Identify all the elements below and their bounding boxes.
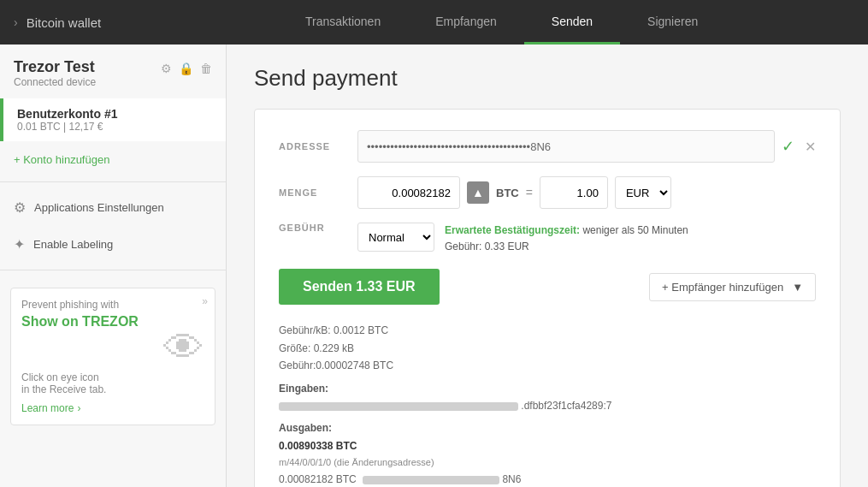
- fee-kb-text: Gebühr/kB: 0.0012 BTC: [279, 322, 816, 339]
- address-row: ADRESSE ✓ ✕: [279, 130, 816, 163]
- output1-amount: 0.00890338 BTC: [279, 437, 816, 454]
- address-valid-icon: ✓: [782, 137, 794, 156]
- inputs-heading: Eingaben:: [279, 380, 816, 397]
- add-recipient-button[interactable]: + Empfänger hinzufügen ▼: [649, 273, 816, 301]
- content-area: Send payment ADRESSE ✓ ✕ MENGE ▲ BTC =: [227, 45, 868, 487]
- sidebar-action-icons: ⚙ 🔒 🗑: [161, 58, 212, 75]
- tab-signieren[interactable]: Signieren: [620, 0, 725, 45]
- sidebar-title: Trezor Test: [14, 58, 96, 76]
- send-button[interactable]: Senden 1.33 EUR: [279, 269, 440, 305]
- sidebar: Trezor Test Connected device ⚙ 🔒 🗑 Benut…: [0, 45, 227, 487]
- phishing-prevent-text: Prevent phishing with: [21, 299, 204, 311]
- output2-amount: 0.00082182 BTC 8N6: [279, 471, 816, 487]
- sidebar-item-app-settings-label: Applications Einstellungen: [34, 201, 164, 214]
- page-title: Send payment: [254, 65, 841, 92]
- top-navigation: › Bitcoin wallet Transaktionen Empfangen…: [0, 0, 868, 45]
- sidebar-item-labeling[interactable]: ✦ Enable Labeling: [0, 226, 226, 263]
- phishing-card-arrow-icon: »: [202, 295, 208, 307]
- amount-up-button[interactable]: ▲: [467, 181, 489, 204]
- nav-tabs: Transaktionen Empfangen Senden Signieren: [135, 0, 868, 45]
- fee-level-select[interactable]: Low Normal High: [357, 223, 434, 252]
- fee-wrap: Low Normal High Erwartete Bestätigungsze…: [357, 223, 688, 255]
- output2-address-redacted: [363, 476, 499, 484]
- lock-icon[interactable]: 🔒: [179, 62, 193, 75]
- amount-wrap: ▲ BTC = EUR USD CHF: [357, 176, 671, 209]
- main-layout: Trezor Test Connected device ⚙ 🔒 🗑 Benut…: [0, 45, 868, 487]
- address-clear-icon[interactable]: ✕: [805, 139, 816, 155]
- nav-logo-text: Bitcoin wallet: [27, 15, 102, 30]
- btc-amount-input[interactable]: [357, 176, 460, 209]
- sidebar-title-area: Trezor Test Connected device: [14, 58, 96, 88]
- phishing-card: » Prevent phishing with Show on TREZOR 👁…: [10, 288, 216, 425]
- output2-end: 8N6: [502, 473, 521, 485]
- learn-more-link[interactable]: Learn more ›: [21, 402, 80, 414]
- transaction-details: Gebühr/kB: 0.0012 BTC Größe: 0.229 kB Ge…: [279, 322, 816, 487]
- sidebar-header: Trezor Test Connected device ⚙ 🔒 🗑: [0, 45, 226, 95]
- currency-select[interactable]: EUR USD CHF: [615, 176, 671, 209]
- tab-senden[interactable]: Senden: [524, 0, 620, 45]
- account-item[interactable]: Benutzerkonto #1 0.01 BTC | 12,17 €: [0, 98, 226, 141]
- fiat-amount-input[interactable]: [540, 176, 608, 209]
- input-address: .dfbbf23f1cfa4289:7: [279, 397, 816, 414]
- gear-icon: ⚙: [14, 199, 26, 216]
- sidebar-item-labeling-label: Enable Labeling: [33, 238, 113, 251]
- sidebar-divider-1: [0, 181, 226, 182]
- logo-area: › Bitcoin wallet: [14, 15, 101, 30]
- phishing-description: Click on eye iconin the Receive tab.: [21, 371, 204, 395]
- input-address-redacted: [279, 402, 518, 411]
- address-input[interactable]: [357, 130, 775, 163]
- address-input-wrap: ✓: [357, 130, 794, 163]
- tab-transaktionen[interactable]: Transaktionen: [278, 0, 408, 45]
- nav-chevron-icon: ›: [14, 15, 18, 29]
- send-payment-form: ADRESSE ✓ ✕ MENGE ▲ BTC = EUR: [254, 109, 841, 487]
- address-label: ADRESSE: [279, 141, 347, 151]
- output1-path: m/44/0/0/1/0 (die Änderungsadresse): [279, 454, 816, 471]
- tab-empfangen[interactable]: Empfangen: [408, 0, 524, 45]
- fee-row: GEBÜHR Low Normal High Erwartete Bestäti…: [279, 223, 816, 255]
- btc-currency-label: BTC: [496, 187, 519, 199]
- amount-row: MENGE ▲ BTC = EUR USD CHF: [279, 176, 816, 209]
- tag-icon: ✦: [14, 236, 25, 252]
- add-account-button[interactable]: + Konto hinzufügen: [0, 145, 226, 175]
- fee-amount: Gebühr: 0.33 EUR: [445, 241, 529, 252]
- add-recipient-label: + Empfänger hinzufügen: [662, 281, 783, 294]
- outputs-heading: Ausgaben:: [279, 419, 816, 437]
- sidebar-item-app-settings[interactable]: ⚙ Applications Einstellungen: [0, 189, 226, 226]
- settings-icon[interactable]: ⚙: [161, 62, 172, 75]
- size-text: Größe: 0.229 kB: [279, 340, 816, 357]
- amount-label: MENGE: [279, 187, 347, 198]
- eye-icon: 👁: [163, 324, 204, 371]
- dropdown-arrow-icon: ▼: [792, 281, 803, 294]
- send-row: Senden 1.33 EUR + Empfänger hinzufügen ▼: [279, 269, 816, 305]
- delete-icon[interactable]: 🗑: [200, 62, 212, 75]
- fee-label: GEBÜHR: [279, 223, 347, 233]
- confirmation-label: Erwartete Bestätigungszeit:: [445, 224, 580, 236]
- sidebar-divider-2: [0, 270, 226, 270]
- fee-info: Erwartete Bestätigungszeit: weniger als …: [445, 223, 688, 255]
- sidebar-subtitle: Connected device: [14, 76, 96, 88]
- account-name: Benutzerkonto #1: [17, 107, 212, 121]
- fee-btc-text: Gebühr:0.00002748 BTC: [279, 357, 816, 374]
- input-address-end: .dfbbf23f1cfa4289:7: [521, 400, 611, 412]
- chevron-right-icon: ›: [77, 402, 80, 414]
- equals-sign: =: [526, 186, 533, 199]
- account-balance: 0.01 BTC | 12,17 €: [17, 121, 212, 133]
